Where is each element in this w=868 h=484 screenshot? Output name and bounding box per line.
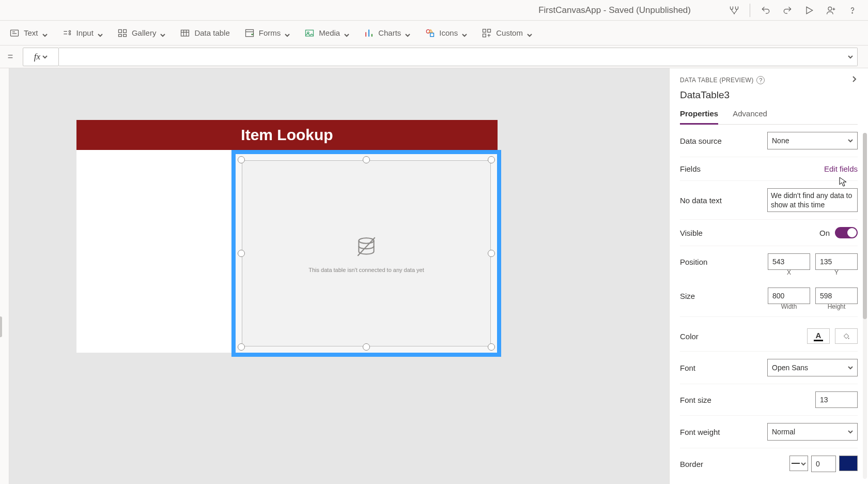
help-icon[interactable]: ? [756, 76, 765, 84]
input-icon [62, 28, 72, 38]
fill-color-button[interactable] [835, 328, 858, 344]
tab-advanced[interactable]: Advanced [733, 109, 767, 124]
text-icon [9, 28, 20, 38]
datatable-body: This data table isn't connected to any d… [242, 160, 491, 346]
formula-bar: = fx [0, 46, 868, 68]
dropdown-value: None [772, 137, 789, 145]
svg-point-0 [828, 7, 832, 10]
prop-font-weight: Font weight Normal [680, 416, 858, 448]
no-data-text-input[interactable]: We didn't find any data to show at this … [767, 188, 858, 212]
svg-rect-5 [118, 29, 121, 33]
main-area: Item Lookup This data table isn't connec… [0, 68, 868, 484]
font-weight-dropdown[interactable]: Normal [767, 423, 858, 441]
position-y-input[interactable]: 135 [815, 253, 858, 270]
border-color-swatch[interactable] [839, 456, 858, 471]
chevron-down-icon [462, 31, 467, 36]
left-rail [0, 68, 9, 484]
svg-rect-16 [488, 29, 491, 32]
insert-text-label: Text [24, 28, 38, 37]
font-color-glyph: A [814, 331, 823, 341]
font-color-button[interactable]: A [807, 328, 830, 344]
resize-handle[interactable] [238, 156, 245, 163]
insert-datatable-label: Data table [194, 28, 229, 37]
resize-handle[interactable] [488, 250, 495, 257]
insert-text-menu[interactable]: Text [9, 28, 48, 38]
svg-rect-15 [483, 29, 486, 32]
separator [750, 4, 750, 17]
prop-font: Font Open Sans [680, 352, 858, 384]
insert-forms-menu[interactable]: Forms [244, 28, 290, 38]
prop-label: Size [680, 292, 695, 300]
tab-properties[interactable]: Properties [680, 109, 718, 125]
insert-media-menu[interactable]: Media [304, 28, 349, 38]
svg-rect-17 [483, 34, 486, 37]
edit-fields-link[interactable]: Edit fields [824, 164, 858, 173]
no-data-message: This data table isn't connected to any d… [308, 267, 424, 273]
prop-color: Color A [680, 321, 858, 352]
canvas-area[interactable]: Item Lookup This data table isn't connec… [9, 68, 669, 484]
insert-datatable-button[interactable]: Data table [180, 28, 229, 38]
play-preview-button[interactable] [800, 1, 818, 20]
position-x-input[interactable]: 543 [768, 253, 810, 270]
redo-button[interactable] [778, 1, 797, 20]
app-title: FirstCanvasApp - Saved (Unpublished) [538, 5, 691, 16]
selected-datatable-control[interactable]: This data table isn't connected to any d… [231, 150, 501, 357]
resize-handle[interactable] [488, 156, 495, 163]
insert-input-menu[interactable]: Input [62, 28, 103, 38]
insert-icons-menu[interactable]: Icons [425, 28, 467, 38]
insert-custom-label: Custom [496, 28, 523, 37]
app-checker-button[interactable] [725, 1, 743, 20]
svg-rect-14 [430, 33, 434, 37]
scrollbar-thumb[interactable] [863, 133, 867, 319]
chevron-down-icon [42, 52, 48, 62]
chevron-down-icon [801, 459, 806, 468]
prop-label: Fields [680, 164, 701, 173]
title-bar: FirstCanvasApp - Saved (Unpublished) [0, 0, 868, 21]
sublabel-width: Width [768, 303, 810, 310]
resize-handle[interactable] [363, 156, 370, 163]
rail-expand-handle[interactable] [0, 316, 2, 337]
toggle-state-label: On [819, 229, 830, 237]
resize-handle[interactable] [363, 343, 370, 351]
prop-visible: Visible On [680, 220, 858, 246]
svg-rect-2 [11, 30, 19, 36]
insert-charts-label: Charts [378, 28, 401, 37]
gallery-icon [117, 28, 128, 38]
share-button[interactable] [822, 1, 840, 20]
chevron-down-icon [42, 31, 48, 36]
icons-icon [425, 28, 435, 38]
size-height-input[interactable]: 598 [815, 288, 858, 304]
dropdown-value: Open Sans [772, 364, 808, 372]
font-dropdown[interactable]: Open Sans [767, 359, 858, 376]
insert-charts-menu[interactable]: Charts [364, 28, 410, 38]
font-size-input[interactable]: 13 [815, 391, 858, 408]
insert-ribbon: Text Input Gallery Data table Forms Medi… [0, 21, 868, 46]
border-style-dropdown[interactable] [789, 456, 808, 471]
collapse-panel-icon[interactable] [850, 75, 858, 84]
chevron-down-icon [848, 137, 853, 145]
media-icon [304, 28, 315, 38]
control-type-label: DATA TABLE (PREVIEW) ? [680, 76, 765, 84]
resize-handle[interactable] [238, 250, 245, 257]
resize-handle[interactable] [238, 343, 245, 351]
control-name[interactable]: DataTable3 [680, 89, 858, 101]
dropdown-value: Normal [772, 428, 795, 436]
expand-formula-icon[interactable] [848, 53, 853, 61]
svg-rect-10 [245, 29, 253, 36]
insert-gallery-menu[interactable]: Gallery [117, 28, 166, 38]
data-source-dropdown[interactable]: None [767, 132, 858, 149]
help-button[interactable] [843, 1, 862, 20]
insert-custom-menu[interactable]: Custom [482, 28, 532, 38]
prop-no-data-text: No data text We didn't find any data to … [680, 181, 858, 220]
formula-input[interactable] [59, 48, 858, 66]
resize-handle[interactable] [488, 343, 495, 351]
visible-toggle[interactable] [835, 227, 858, 238]
property-selector[interactable]: = [0, 46, 21, 68]
position-sublabels: X Y [680, 269, 858, 276]
insert-input-label: Input [76, 28, 94, 37]
fx-button[interactable]: fx [23, 48, 59, 66]
size-width-input[interactable]: 800 [768, 288, 810, 304]
prop-font-size: Font size 13 [680, 384, 858, 416]
undo-button[interactable] [756, 1, 775, 20]
border-width-input[interactable]: 0 [811, 456, 836, 472]
